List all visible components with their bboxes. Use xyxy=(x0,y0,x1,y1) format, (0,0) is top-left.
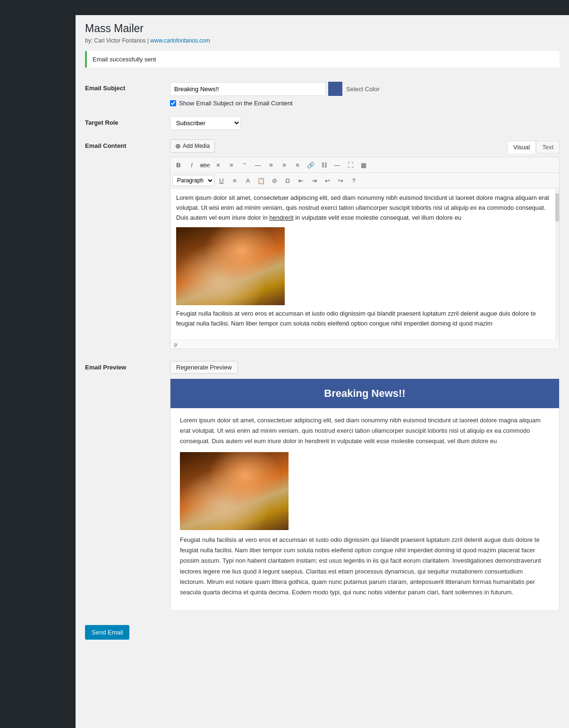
toolbar-toggle-button[interactable]: ▦ xyxy=(357,159,370,171)
email-subject-input-row: Select Color xyxy=(170,82,560,96)
regenerate-preview-button[interactable]: Regenerate Preview xyxy=(170,361,238,374)
unlink-button[interactable]: ⛓ xyxy=(318,159,330,171)
justify-button[interactable]: ≡ xyxy=(229,174,241,187)
align-right-button[interactable]: ≡ xyxy=(291,159,304,171)
horizontal-rule-button[interactable]: — xyxy=(252,159,264,171)
scrollbar-thumb[interactable] xyxy=(555,193,559,222)
editor-wrapper: B I abc ≡ ≡ " — ≡ ≡ ≡ 🔗 ⛓ — ⛶ ▦ xyxy=(170,157,560,349)
editor-body-container: Lorem ipsum dolor sit amet, consectetuer… xyxy=(170,188,559,340)
editor-body[interactable]: Lorem ipsum dolor sit amet, consectetuer… xyxy=(170,188,559,340)
paste-button[interactable]: 📋 xyxy=(255,174,267,187)
link-button[interactable]: 🔗 xyxy=(305,159,317,171)
add-media-button[interactable]: ⊕ Add Media xyxy=(170,139,215,153)
email-subject-row: Email Subject Select Color Show Email Su… xyxy=(85,77,560,111)
author-text: by: Carl Victor Fontanos | xyxy=(85,37,149,44)
preview-image xyxy=(180,452,289,530)
outdent-button[interactable]: ⇤ xyxy=(295,174,307,187)
preview-header: Breaking News!! xyxy=(170,379,559,408)
fullscreen-button[interactable]: ⛶ xyxy=(344,159,357,171)
email-content-label: Email Content xyxy=(85,139,170,149)
toolbar-row1: B I abc ≡ ≡ " — ≡ ≡ ≡ 🔗 ⛓ — ⛶ ▦ xyxy=(170,157,559,173)
send-email-button[interactable]: Send Email xyxy=(85,625,129,640)
unordered-list-button[interactable]: ≡ xyxy=(212,159,224,171)
bold-button[interactable]: B xyxy=(172,159,185,171)
select-color-label: Select Color xyxy=(346,86,380,93)
email-preview-row: Email Preview Regenerate Preview Breakin… xyxy=(85,356,560,616)
toolbar-row2: Paragraph Heading 1 Heading 2 Heading 3 … xyxy=(170,173,559,188)
strikethrough-button[interactable]: abc xyxy=(199,159,211,171)
scrollbar-track xyxy=(555,188,559,340)
text-color-button[interactable]: A xyxy=(242,174,254,187)
preview-paragraph-2: Feugiat nulla facilisis at vero eros et … xyxy=(180,535,550,598)
indent-button[interactable]: ⇥ xyxy=(308,174,320,187)
undo-button[interactable]: ↩ xyxy=(321,174,333,187)
insert-button[interactable]: — xyxy=(331,159,343,171)
show-subject-checkbox-row: Show Email Subject on the Email Content xyxy=(170,100,560,107)
author-line: by: Carl Victor Fontanos | www.carlofont… xyxy=(85,37,560,44)
target-role-select[interactable]: Subscriber Administrator Editor Author C… xyxy=(170,116,241,130)
sidebar xyxy=(0,15,76,728)
target-role-field-col: Subscriber Administrator Editor Author C… xyxy=(170,116,560,130)
email-subject-field-col: Select Color Show Email Subject on the E… xyxy=(170,82,560,107)
show-subject-checkbox[interactable] xyxy=(170,100,176,106)
email-preview-label: Email Preview xyxy=(85,361,170,371)
help-button[interactable]: ? xyxy=(348,174,360,187)
tab-text[interactable]: Text xyxy=(536,141,560,154)
align-center-button[interactable]: ≡ xyxy=(278,159,290,171)
special-char-button[interactable]: Ω xyxy=(281,174,294,187)
target-role-label: Target Role xyxy=(85,116,170,126)
show-subject-label: Show Email Subject on the Email Content xyxy=(179,100,293,107)
editor-image xyxy=(176,227,285,305)
email-content-row: Email Content ⊕ Add Media Visual Text xyxy=(85,135,560,354)
email-subject-input[interactable] xyxy=(170,82,326,96)
editor-paragraph-1: Lorem ipsum dolor sit amet, consectetuer… xyxy=(176,193,553,223)
email-content-field-col: ⊕ Add Media Visual Text B I abc ≡ xyxy=(170,139,560,349)
author-link[interactable]: www.carlofontanos.com xyxy=(150,37,210,44)
paragraph-select[interactable]: Paragraph Heading 1 Heading 2 Heading 3 xyxy=(172,175,214,186)
blockquote-button[interactable]: " xyxy=(238,159,251,171)
clear-button[interactable]: ⊘ xyxy=(268,174,280,187)
editor-paragraph-2: Feugiat nulla facilisis at vero eros et … xyxy=(176,309,553,329)
ordered-list-button[interactable]: ≡ xyxy=(225,159,238,171)
color-picker-button[interactable] xyxy=(328,82,342,96)
email-subject-label: Email Subject xyxy=(85,82,170,92)
preview-title: Breaking News!! xyxy=(180,387,550,400)
page-title: Mass Mailer xyxy=(85,22,560,35)
underline-button[interactable]: U xyxy=(215,174,228,187)
preview-container: Breaking News!! Lorem ipsum dolor sit am… xyxy=(170,378,560,611)
redo-button[interactable]: ↪ xyxy=(334,174,347,187)
editor-footer: p xyxy=(170,340,559,349)
email-preview-field-col: Regenerate Preview Breaking News!! Lorem… xyxy=(170,361,560,611)
preview-paragraph-1: Lorem ipsum dolor sit amet, consectetuer… xyxy=(180,415,550,446)
align-left-button[interactable]: ≡ xyxy=(265,159,277,171)
editor-tabs: Visual Text xyxy=(507,141,560,154)
preview-body: Lorem ipsum dolor sit amet, consectetuer… xyxy=(170,408,559,610)
target-role-row: Target Role Subscriber Administrator Edi… xyxy=(85,111,560,135)
tab-visual[interactable]: Visual xyxy=(507,141,536,154)
italic-button[interactable]: I xyxy=(186,159,198,171)
add-media-icon: ⊕ xyxy=(175,142,181,150)
success-text: Email successfully sent xyxy=(93,56,156,63)
add-media-label: Add Media xyxy=(183,143,210,149)
success-notice: Email successfully sent xyxy=(85,51,560,68)
